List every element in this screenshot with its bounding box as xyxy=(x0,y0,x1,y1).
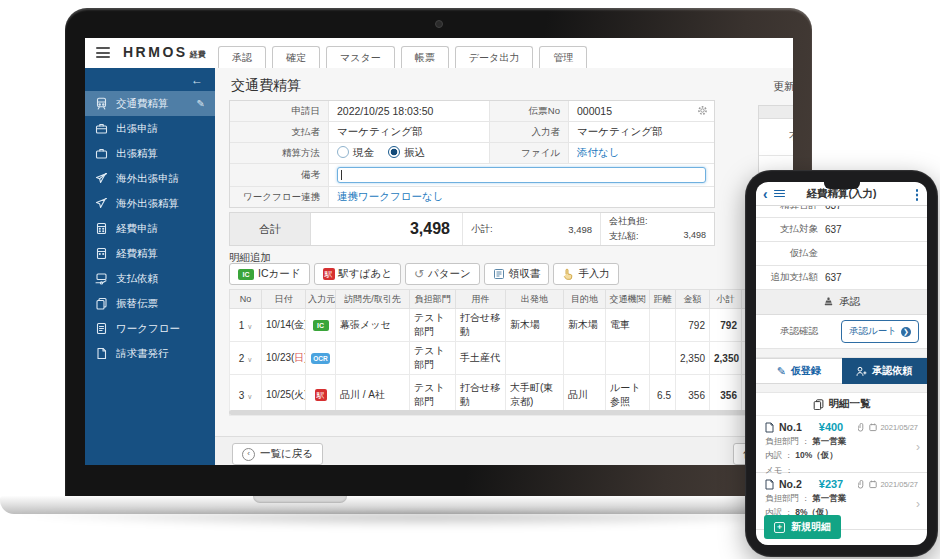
field-label-file: ファイル xyxy=(490,143,569,163)
company-burden-label: 会社負担: xyxy=(609,215,648,228)
page-footer: ‹ 一覧に戻る 伝票削除 xyxy=(215,436,793,465)
tab-approval[interactable]: 承認 xyxy=(218,46,266,69)
menu-hamburger-icon[interactable] xyxy=(96,47,110,58)
sidebar-item-transfer-slip[interactable]: 振替伝票 xyxy=(85,291,215,316)
column-header-transport[interactable]: 交通機関 xyxy=(606,290,650,309)
cell-source: IC xyxy=(306,309,336,342)
approval-confirm-row: 承認確認 承認ルート ❯ xyxy=(756,315,927,349)
sidebar-item-label: ワークフロー xyxy=(116,322,180,336)
cell-purpose: 手土産代 xyxy=(456,342,506,375)
approve-button[interactable]: 承認 xyxy=(756,290,927,315)
additional-payment-row: 追加支払額 637 xyxy=(756,266,927,290)
column-header-date[interactable]: 日付 xyxy=(262,290,306,309)
sidebar-item-label: 海外出張申請 xyxy=(116,172,179,186)
slip-no-value: 000015 xyxy=(569,101,714,121)
edit-icon[interactable]: ✎ xyxy=(197,98,205,109)
apply-date-value: 2022/10/25 18:03:50 xyxy=(329,101,490,121)
sidebar-collapse-button[interactable]: ← xyxy=(85,68,215,91)
horizontal-scrollbar[interactable] xyxy=(229,410,777,415)
tab-confirm[interactable]: 確定 xyxy=(272,46,320,69)
memo-input[interactable] xyxy=(337,167,706,183)
column-header-no[interactable]: No xyxy=(230,290,262,309)
pencil-icon: ✎ xyxy=(777,365,786,378)
ic-card-icon: IC xyxy=(313,320,329,331)
button-label: 承認 xyxy=(839,295,860,309)
cell-visit xyxy=(336,342,410,375)
payment-target-row: 支払対象 637 xyxy=(756,218,927,242)
cell-distance xyxy=(650,309,676,342)
table-row[interactable]: 2∨ 10/23(日) OCR テスト部門 手土産代 2,350 2,350 有 xyxy=(230,342,794,375)
settlement-total-row-clipped: 精算合計 637 xyxy=(756,206,927,218)
approval-status-value: 不要 xyxy=(759,119,793,156)
sidebar-item-overseas-trip-request[interactable]: 海外出張申請 xyxy=(85,166,215,191)
station-icon: 駅 xyxy=(315,389,327,401)
calendar-icon xyxy=(869,423,877,432)
detail-list-item[interactable]: No.1 ¥400 2021/05/27 負担部門 ： 第一営業 内訳 ： 10… xyxy=(756,416,927,473)
stamp-icon xyxy=(823,297,834,308)
sidebar-item-overseas-trip-expense[interactable]: 海外出張精算 xyxy=(85,191,215,216)
field-label: 支払対象 xyxy=(756,223,825,236)
cell-date: 10/14(金) xyxy=(262,309,306,342)
attach-link[interactable]: 添付なし xyxy=(577,146,620,160)
sidebar-item-expense-settlement[interactable]: 経費精算 xyxy=(85,241,215,266)
top-nav-tabs: 承認 確定 マスター 帳票 データ出力 管理 xyxy=(218,46,587,69)
receipt-button[interactable]: 領収書 xyxy=(484,263,550,285)
column-header-origin[interactable]: 出発地 xyxy=(506,290,564,309)
sidebar-item-trip-expense[interactable]: 出張精算 xyxy=(85,141,215,166)
column-header-purpose[interactable]: 用件 xyxy=(456,290,506,309)
sidebar-item-payment-request[interactable]: 支払依頼 xyxy=(85,266,215,291)
draft-save-button[interactable]: ✎ 仮登録 xyxy=(756,358,842,384)
train-icon xyxy=(95,97,108,110)
workflow-link[interactable]: 連携ワークフローなし xyxy=(337,190,443,204)
column-header-amount[interactable]: 金額 xyxy=(676,290,710,309)
approval-route-button[interactable]: 承認ルート ❯ xyxy=(841,320,919,343)
field-label-payer: 支払者 xyxy=(230,122,329,142)
tab-reports[interactable]: 帳票 xyxy=(401,46,449,69)
file-value: 添付なし xyxy=(569,143,714,163)
pattern-button[interactable]: ↺ パターン xyxy=(405,263,480,285)
new-detail-button[interactable]: ＋ 新規明細 xyxy=(764,515,841,539)
sidebar-item-invoice-issue[interactable]: 請求書発行 xyxy=(85,341,215,366)
gear-icon[interactable] xyxy=(697,105,708,116)
logo-text: HRMOS xyxy=(123,44,188,60)
payment-label: 支払額: xyxy=(609,230,639,243)
sidebar-item-transport-expense[interactable]: 交通費精算 ✎ xyxy=(85,91,215,116)
column-header-subtotal[interactable]: 小計 xyxy=(710,290,742,309)
column-header-visit[interactable]: 訪問先/取引先 xyxy=(336,290,410,309)
cell-no[interactable]: 2∨ xyxy=(230,342,262,375)
subtotal-cell: 小計: 3,498 xyxy=(463,213,601,245)
manual-entry-button[interactable]: 手入力 xyxy=(553,263,619,285)
sidebar: ← 交通費精算 ✎ 出張申請 出張精算 海外出張申請 海外出張精算 xyxy=(85,68,215,465)
update-button[interactable]: 更新 xyxy=(773,79,793,94)
column-header-destination[interactable]: 目的地 xyxy=(564,290,606,309)
briefcase-icon xyxy=(95,122,108,135)
ic-card-button[interactable]: IC ICカード xyxy=(229,263,310,285)
back-to-list-button[interactable]: ‹ 一覧に戻る xyxy=(232,443,323,465)
field-label-workflow-link: ワークフロー連携 xyxy=(230,187,329,207)
sidebar-item-expense-request[interactable]: 経費申請 xyxy=(85,216,215,241)
field-value: 637 xyxy=(825,206,842,211)
column-header-distance[interactable]: 距離 xyxy=(650,290,676,309)
sidebar-item-label: 出張精算 xyxy=(116,147,158,161)
totals-bar: 合計 3,498 小計: 3,498 会社負担: 支払額:3,498 xyxy=(229,212,715,246)
cell-origin: 新木場 xyxy=(506,309,564,342)
ekispert-button[interactable]: 駅 駅すぱあと xyxy=(314,263,401,285)
radio-cash[interactable]: 現金 xyxy=(337,146,374,160)
tab-master[interactable]: マスター xyxy=(326,46,395,69)
field-label: 追加支払額 xyxy=(756,271,825,284)
hrmos-logo: HRMOS経費 xyxy=(123,44,206,60)
table-row[interactable]: 1∨ 10/14(金) IC 幕張メッセ テスト部門 打合せ移動 新木場 新木場… xyxy=(230,309,794,342)
cell-source: OCR xyxy=(306,342,336,375)
approval-request-button[interactable]: 承認依頼 xyxy=(842,358,928,384)
radio-transfer[interactable]: 振込 xyxy=(388,146,425,160)
receipt-icon xyxy=(493,268,505,280)
sidebar-item-trip-request[interactable]: 出張申請 xyxy=(85,116,215,141)
cell-no[interactable]: 1∨ xyxy=(230,309,262,342)
kebab-menu-icon[interactable] xyxy=(916,189,919,192)
column-header-dept[interactable]: 負担部門 xyxy=(410,290,456,309)
tab-data-export[interactable]: データ出力 xyxy=(455,46,533,69)
column-header-source[interactable]: 入力元 xyxy=(306,290,336,309)
sidebar-item-workflow[interactable]: ワークフロー xyxy=(85,316,215,341)
chevron-down-icon: ∨ xyxy=(247,393,252,400)
tab-admin[interactable]: 管理 xyxy=(539,46,587,69)
